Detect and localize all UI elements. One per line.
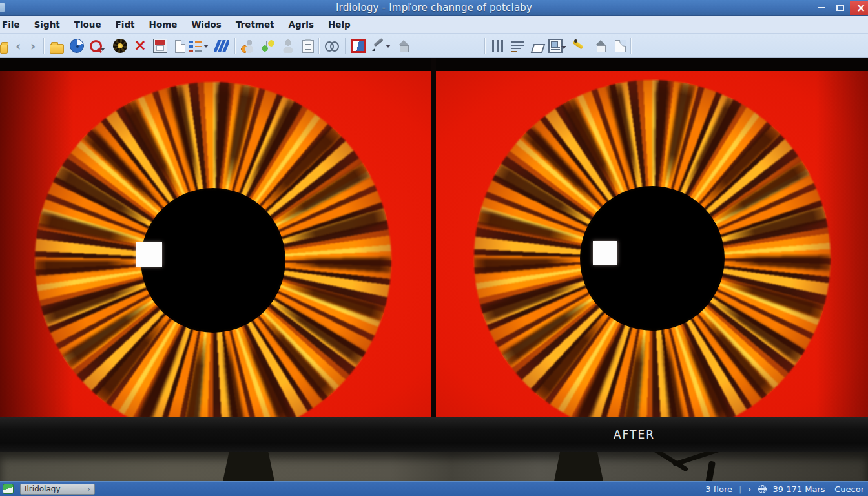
toolbar-separator [345,38,346,54]
cable [705,460,716,481]
globe-icon [758,485,767,493]
taskbar: Ilridolagy › 3 flore | › 39 171 Mars – C… [0,481,868,496]
menu-item-help[interactable]: Help [321,17,358,32]
image-window-icon[interactable] [548,39,563,53]
pie-chart-icon[interactable] [70,39,84,53]
status-location: 39 171 Mars – Cuecor [773,484,864,494]
pencil-yellow-icon[interactable] [574,39,588,53]
menu-item-sight[interactable]: Sight [27,17,67,32]
toolbar-separator [630,38,631,54]
toolbar-separator [318,38,319,54]
home-gray-icon[interactable] [397,39,411,53]
status-flore: 3 flore [705,484,732,494]
forward-icon[interactable]: › [28,39,37,53]
align-lines-icon[interactable] [511,39,525,53]
rosette-icon[interactable] [113,39,127,53]
menu-item-tretmet[interactable]: Tretmet [229,17,282,32]
taskbar-app-button[interactable]: Ilridolagy › [20,484,95,495]
columns-icon[interactable] [491,39,505,53]
red-frame-icon[interactable] [351,39,366,53]
page-curl-icon[interactable] [615,40,626,52]
toolbar-separator [484,38,485,54]
open-folder-icon[interactable] [50,44,64,54]
toolbar-separator [43,38,44,54]
taskbar-app-label: Ilridolagy [25,484,61,493]
window-title: Irdiology - Impľore channge of potclaby [0,2,868,14]
chevron-right-icon: › [88,485,90,493]
bezel-right: AFTER [434,417,868,452]
monitor-stand-right [554,452,603,481]
monitor-bezel: AFTER [0,417,868,452]
clipboard-icon[interactable] [302,40,314,53]
title-bar: Irdiology - Impľore channge of potclaby … [0,0,868,16]
save-icon[interactable] [153,39,167,53]
new-page-icon[interactable] [175,40,185,53]
image-comparison-area [0,58,868,417]
list-view-icon[interactable] [189,39,203,53]
menu-item-tloue[interactable]: Tloue [67,17,108,32]
start-button-icon[interactable] [3,484,14,494]
draw-shape-icon[interactable] [531,44,546,53]
home-outline-icon[interactable] [594,39,608,53]
toolbar-separator [234,38,235,54]
menu-item-widos[interactable]: Widos [184,17,229,32]
pupil [141,188,285,333]
menu-item-agrls[interactable]: Agrls [282,17,321,32]
bezel-left [0,417,434,452]
status-area: 3 flore | › 39 171 Mars – Cuecor [705,484,864,494]
image-divider [431,58,436,417]
iris-image-before[interactable] [0,71,431,417]
menu-item-fidt[interactable]: Fidt [108,17,142,32]
desk-background [0,452,868,481]
delete-x-icon[interactable]: × [133,39,147,53]
user-orange-icon[interactable] [241,39,255,53]
pen-icon[interactable] [371,39,386,53]
menu-bar: File Sight Tloue Fidt Home Widos Tretmet… [0,16,868,34]
loop-icon[interactable] [325,39,339,53]
slashes-icon[interactable] [214,39,229,53]
folder-cut-icon[interactable] [0,44,8,54]
toolbar: ‹ › × [0,34,868,58]
after-label: AFTER [614,428,655,441]
user-icon[interactable] [281,39,295,53]
notes-icon[interactable] [261,39,275,53]
status-divider: | [739,484,741,494]
back-icon[interactable]: ‹ [14,39,23,53]
menu-item-home[interactable]: Home [142,17,185,32]
iris-image-after[interactable] [435,71,868,417]
selection-marker [593,241,617,265]
status-chevron-icon[interactable]: › [748,484,751,494]
refresh-red-icon[interactable] [90,40,102,52]
menu-item-file[interactable]: File [0,17,27,32]
monitor-stand-left [223,452,274,481]
selection-marker [136,242,162,267]
